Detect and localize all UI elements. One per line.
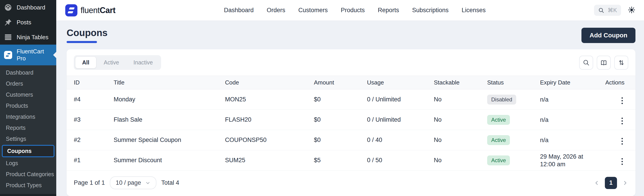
chevron-left-icon[interactable] bbox=[594, 180, 600, 186]
submenu-item-coupons[interactable]: Coupons bbox=[2, 145, 54, 157]
coupon-usage: 0 / 50 bbox=[367, 150, 434, 170]
topnav-item-dashboard[interactable]: Dashboard bbox=[224, 7, 254, 14]
status-badge: Active bbox=[487, 135, 510, 145]
global-search-button[interactable]: ⌘K bbox=[594, 5, 621, 16]
topnav-item-subscriptions[interactable]: Subscriptions bbox=[412, 7, 449, 14]
fluentcart-logo-text: fluentCart bbox=[80, 6, 116, 15]
topnav-item-customers[interactable]: Customers bbox=[298, 7, 328, 14]
search-shortcut: ⌘K bbox=[608, 7, 617, 14]
coupon-id: #2 bbox=[66, 130, 114, 150]
sidebar-item-label: Ninja Tables bbox=[17, 34, 48, 41]
sidebar-item-label: Dashboard bbox=[17, 4, 45, 11]
tab-inactive[interactable]: Inactive bbox=[127, 57, 160, 68]
coupon-amount: $5 bbox=[314, 150, 367, 170]
col-header-expiry: Expiry Date bbox=[540, 76, 605, 89]
chevron-down-icon bbox=[145, 180, 150, 186]
title-underline bbox=[66, 41, 97, 43]
table-search-button[interactable] bbox=[579, 56, 593, 70]
sidebar-item-ninja-tables[interactable]: Ninja Tables bbox=[0, 30, 56, 45]
coupon-status-cell: Active bbox=[487, 150, 540, 170]
dashboard-gauge-icon bbox=[4, 4, 12, 12]
coupon-code: SUM25 bbox=[225, 150, 314, 170]
pushpin-icon bbox=[4, 18, 12, 26]
chevron-right-icon[interactable] bbox=[622, 180, 628, 186]
search-icon bbox=[598, 7, 604, 14]
coupon-actions-cell bbox=[605, 110, 636, 130]
submenu-item-dashboard[interactable]: Dashboard bbox=[0, 67, 56, 78]
submenu-item-product-categories[interactable]: Product Categories bbox=[0, 169, 56, 180]
topnav-item-orders[interactable]: Orders bbox=[267, 7, 285, 14]
table-header: ID Title Code Amount Usage Stackable Sta… bbox=[66, 76, 636, 89]
sidebar-item-dashboard[interactable]: Dashboard bbox=[0, 0, 56, 15]
submenu-item-customers[interactable]: Customers bbox=[0, 89, 56, 100]
sun-icon bbox=[628, 6, 636, 14]
coupon-stackable: No bbox=[434, 150, 487, 170]
sidebar-item-label: Posts bbox=[17, 19, 31, 26]
submenu-item-logs[interactable]: Logs bbox=[0, 158, 56, 169]
sort-button[interactable] bbox=[614, 56, 628, 70]
status-badge: Disabled bbox=[487, 95, 516, 105]
page-number-button[interactable]: 1 bbox=[605, 177, 617, 189]
topnav-item-products[interactable]: Products bbox=[341, 7, 365, 14]
page-head: Coupons Add Coupon bbox=[66, 28, 636, 43]
coupon-title: Summer Special Coupon bbox=[114, 130, 225, 150]
col-header-id: ID bbox=[66, 76, 114, 89]
table-row: #4MondayMON25$00 / UnlimitedNoDisabledn/… bbox=[66, 89, 636, 110]
submenu-item-settings[interactable]: Settings bbox=[0, 133, 56, 144]
sidebar-item-media[interactable]: Media bbox=[0, 194, 56, 196]
per-page-select[interactable]: 10 / page bbox=[110, 176, 156, 189]
table-row: #3Flash SaleFLASH20$00 / UnlimitedNoActi… bbox=[66, 110, 636, 130]
coupon-status-cell: Active bbox=[487, 110, 540, 130]
topnav-item-licenses[interactable]: Licenses bbox=[462, 7, 486, 14]
status-badge: Active bbox=[487, 155, 510, 165]
coupon-code: FLASH20 bbox=[225, 110, 314, 130]
table-row: #2Summer Special CouponCOUPONSP50$00 / 4… bbox=[66, 130, 636, 150]
coupon-amount: $0 bbox=[314, 130, 367, 150]
row-actions-button[interactable] bbox=[620, 96, 625, 106]
tab-active[interactable]: Active bbox=[97, 57, 126, 68]
col-header-usage: Usage bbox=[367, 76, 434, 89]
submenu-item-products[interactable]: Products bbox=[0, 100, 56, 111]
coupon-amount: $0 bbox=[314, 110, 367, 130]
coupons-table-body: #4MondayMON25$00 / UnlimitedNoDisabledn/… bbox=[66, 89, 636, 170]
open-book-icon bbox=[600, 59, 607, 66]
submenu-item-orders[interactable]: Orders bbox=[0, 78, 56, 89]
fluentcart-logo: fluentCart bbox=[65, 4, 116, 17]
table-icon bbox=[4, 33, 12, 41]
page-content: Coupons Add Coupon AllActiveInactive bbox=[56, 21, 644, 196]
tab-all[interactable]: All bbox=[76, 57, 96, 68]
coupon-stackable: No bbox=[434, 110, 487, 130]
coupon-amount: $0 bbox=[314, 89, 367, 110]
page-summary: Page 1 of 1 bbox=[74, 179, 105, 186]
coupon-title: Summer Discount bbox=[114, 150, 225, 170]
search-icon bbox=[582, 59, 590, 66]
pagination-controls: 1 bbox=[594, 177, 628, 189]
topnav-item-reports[interactable]: Reports bbox=[378, 7, 399, 14]
theme-toggle-button[interactable] bbox=[628, 6, 636, 15]
row-actions-button[interactable] bbox=[620, 116, 625, 126]
column-view-button[interactable] bbox=[597, 56, 611, 70]
coupon-actions-cell bbox=[605, 130, 636, 150]
col-header-stackable: Stackable bbox=[434, 76, 487, 89]
card-footer: Page 1 of 1 10 / page Total 4 1 bbox=[66, 170, 636, 196]
coupons-card: AllActiveInactive bbox=[66, 49, 636, 196]
row-actions-button[interactable] bbox=[620, 156, 625, 167]
sidebar-item-posts[interactable]: Posts bbox=[0, 15, 56, 30]
row-actions-button[interactable] bbox=[620, 136, 625, 146]
fluentcart-logo-icon bbox=[65, 4, 78, 17]
coupon-title: Monday bbox=[114, 89, 225, 110]
sort-arrows-icon bbox=[618, 59, 625, 66]
col-header-title: Title bbox=[114, 76, 225, 89]
submenu-item-integrations[interactable]: Integrations bbox=[0, 111, 56, 122]
submenu-item-product-types[interactable]: Product Types bbox=[0, 180, 56, 191]
coupon-actions-cell bbox=[605, 150, 636, 170]
wp-admin-sidebar: Dashboard Posts Ninja Tables FluentCart … bbox=[0, 0, 56, 196]
add-coupon-button[interactable]: Add Coupon bbox=[582, 28, 636, 43]
coupon-title: Flash Sale bbox=[114, 110, 225, 130]
fluentcart-icon bbox=[4, 51, 12, 59]
coupon-stackable: No bbox=[434, 130, 487, 150]
coupon-expiry: 29 May, 2026 at 12:00 am bbox=[540, 150, 605, 170]
submenu-item-reports[interactable]: Reports bbox=[0, 122, 56, 133]
page-title: Coupons bbox=[66, 28, 108, 38]
sidebar-item-fluentcart-pro[interactable]: FluentCart Pro bbox=[0, 45, 56, 65]
